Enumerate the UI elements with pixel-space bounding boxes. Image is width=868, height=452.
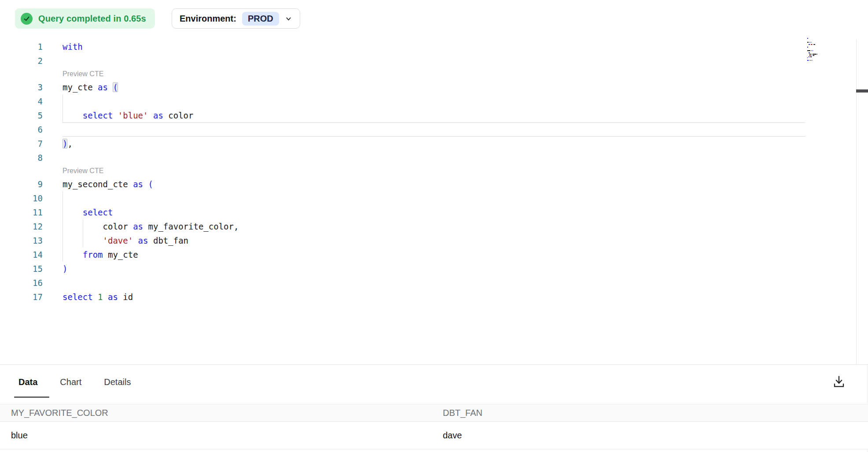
- indent-guide: [63, 108, 63, 122]
- code-line[interactable]: 12 color as my_favorite_color,: [0, 219, 868, 233]
- gutter-spacer: [0, 165, 43, 177]
- code-token: as: [153, 111, 163, 120]
- line-number[interactable]: 2: [0, 54, 43, 68]
- indent-guide: [63, 205, 63, 219]
- indent-guide: [63, 94, 63, 108]
- minimap-gap: [812, 60, 813, 61]
- code-token: select: [83, 111, 113, 120]
- matched-bracket: ): [63, 139, 67, 148]
- line-number[interactable]: 1: [0, 40, 43, 54]
- line-number[interactable]: 17: [0, 290, 43, 304]
- line-number[interactable]: 5: [0, 108, 43, 122]
- code-token: [113, 111, 118, 120]
- download-results-button[interactable]: [829, 372, 849, 391]
- code-line[interactable]: 7),: [0, 137, 868, 151]
- code-token: 'blue': [118, 111, 148, 120]
- code-token: [63, 111, 83, 120]
- code-token: my_cte: [63, 82, 93, 92]
- code-line[interactable]: 13 'dave' as dbt_fan: [0, 233, 868, 248]
- code-line-content: my_second_cte as (: [63, 177, 805, 191]
- code-token: [63, 207, 83, 217]
- code-token: 'dave': [103, 236, 133, 245]
- code-line-content: select 'blue' as color: [63, 108, 805, 122]
- line-number[interactable]: 16: [0, 276, 43, 290]
- indent-guide: [83, 233, 83, 248]
- line-number[interactable]: 3: [0, 80, 43, 94]
- code-line[interactable]: 4: [0, 94, 868, 108]
- line-number[interactable]: 7: [0, 137, 43, 151]
- code-token: (: [148, 179, 153, 189]
- line-number[interactable]: 4: [0, 94, 43, 108]
- code-line-content: select: [63, 205, 805, 219]
- code-token: as: [133, 179, 143, 189]
- editor-minimap[interactable]: [807, 38, 834, 61]
- preview-cte-label[interactable]: Preview CTE: [63, 68, 103, 80]
- code-line[interactable]: 1with: [0, 40, 868, 54]
- editor-scrollbar-track[interactable]: [856, 39, 868, 364]
- code-line[interactable]: 11 select: [0, 205, 868, 219]
- code-line[interactable]: 3my_cte as (: [0, 80, 868, 94]
- code-token: 1: [98, 292, 103, 302]
- preview-cte-label[interactable]: Preview CTE: [63, 165, 103, 177]
- minimap-token: [807, 50, 810, 51]
- code-line[interactable]: 10: [0, 191, 868, 205]
- code-token: my_favorite_color: [148, 222, 234, 231]
- code-line[interactable]: 15): [0, 262, 868, 276]
- code-token: my_second_cte: [63, 179, 128, 189]
- minimap-gap: [810, 52, 810, 53]
- minimap-line: [807, 60, 834, 61]
- line-number[interactable]: 11: [0, 205, 43, 219]
- code-token: with: [63, 42, 83, 52]
- line-number[interactable]: 6: [0, 122, 43, 137]
- results-tab-bar: DataChartDetails: [18, 377, 131, 387]
- line-number[interactable]: 8: [0, 151, 43, 165]
- environment-label: Environment:: [180, 14, 236, 24]
- line-number[interactable]: 10: [0, 191, 43, 205]
- line-number[interactable]: 13: [0, 233, 43, 248]
- line-number[interactable]: 14: [0, 248, 43, 262]
- code-line[interactable]: 8: [0, 151, 868, 165]
- code-line[interactable]: 17select 1 as id: [0, 290, 868, 304]
- tab-chart[interactable]: Chart: [60, 377, 81, 387]
- code-token: [133, 236, 138, 245]
- editor-scrollbar-thumb[interactable]: [856, 89, 868, 93]
- code-line[interactable]: 14 from my_cte: [0, 248, 868, 262]
- code-line-content: [63, 151, 805, 165]
- indent-guide: [63, 233, 63, 248]
- sql-editor-screen: Query completed in 0.65s Environment: PR…: [0, 0, 868, 452]
- environment-value-pill: PROD: [242, 12, 279, 26]
- code-editor[interactable]: 1with2Preview CTE3my_cte as (45 select '…: [0, 40, 868, 304]
- code-token: [143, 222, 148, 231]
- code-line[interactable]: 9my_second_cte as (: [0, 177, 868, 191]
- code-token: select: [63, 292, 93, 302]
- panel-divider: [0, 364, 868, 365]
- line-number[interactable]: 9: [0, 177, 43, 191]
- minimap-gap: [808, 47, 809, 48]
- code-token: [128, 222, 133, 231]
- minimap-token: [813, 54, 817, 55]
- check-circle-icon: [21, 13, 33, 25]
- code-token: [63, 250, 83, 259]
- line-number[interactable]: 12: [0, 219, 43, 233]
- code-token: as: [133, 222, 143, 231]
- code-token: color: [103, 222, 128, 231]
- tab-details[interactable]: Details: [104, 377, 131, 387]
- code-line-content: ),: [63, 137, 805, 151]
- code-token: select: [83, 207, 113, 217]
- code-token: from: [83, 250, 103, 259]
- code-line[interactable]: 5 select 'blue' as color: [0, 108, 868, 122]
- line-number[interactable]: 15: [0, 262, 43, 276]
- gutter-spacer: [0, 68, 43, 80]
- code-line[interactable]: 6: [0, 122, 868, 137]
- minimap-gap: [808, 38, 809, 39]
- code-line-content: select 1 as id: [63, 290, 805, 304]
- code-token: [148, 236, 153, 245]
- tab-data[interactable]: Data: [18, 377, 37, 387]
- environment-selector[interactable]: Environment: PROD: [172, 8, 300, 29]
- code-token: ): [63, 264, 67, 274]
- code-token: [143, 179, 148, 189]
- code-line[interactable]: 16: [0, 276, 868, 290]
- code-line[interactable]: 2: [0, 54, 868, 68]
- query-status-badge: Query completed in 0.65s: [15, 8, 155, 29]
- table-cell: dave: [443, 430, 868, 441]
